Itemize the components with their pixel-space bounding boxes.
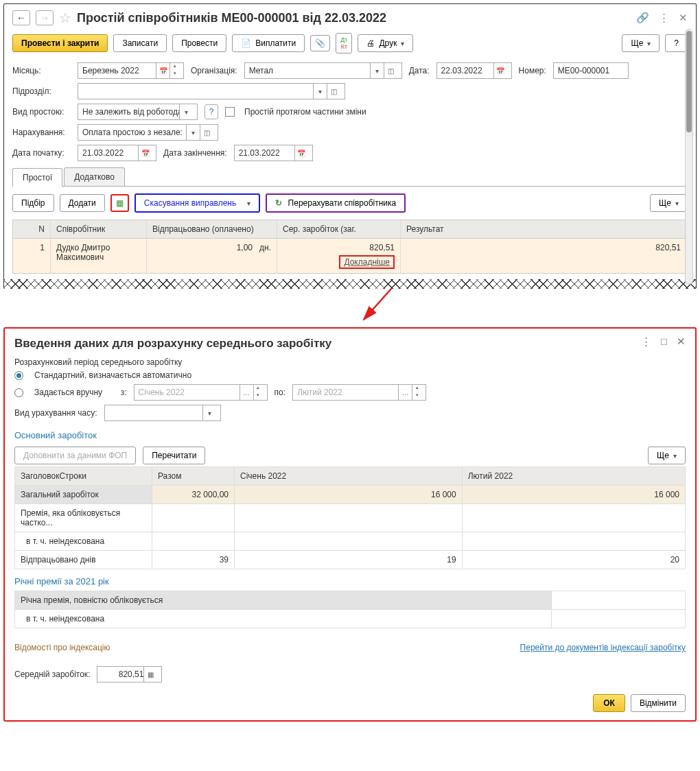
open-icon[interactable]: ◫	[384, 63, 397, 78]
add-button[interactable]: Додати	[60, 194, 105, 212]
employee-grid: N Співробітник Відпрацьовано (оплачено) …	[12, 220, 688, 274]
link-icon[interactable]: 🔗	[636, 12, 649, 24]
maximize-icon[interactable]: □	[661, 335, 667, 348]
accr-field[interactable]: Оплата простою з незале: ▾ ◫	[78, 124, 218, 141]
hint-button[interactable]: ?	[205, 104, 218, 119]
more-button[interactable]: Ще ▾	[622, 34, 660, 52]
table-icon: ▦	[116, 198, 124, 208]
timeacc-field[interactable]: ▾	[104, 405, 221, 421]
org-label: Організація:	[191, 66, 237, 75]
dialog-title: Введення даних для розрахунку середнього…	[14, 337, 686, 351]
star-icon[interactable]: ☆	[59, 10, 71, 26]
from-field: Січень 2022…▴▾	[134, 384, 268, 401]
end-label: Дата закінчення:	[163, 148, 227, 158]
num-label: Номер:	[519, 66, 546, 75]
avg-label: Середній заробіток:	[14, 669, 90, 679]
close-icon[interactable]: ✕	[677, 335, 686, 348]
ok-button[interactable]: ОК	[593, 694, 625, 712]
calendar-icon[interactable]: 📅	[138, 145, 152, 161]
calendar-icon[interactable]: 📅	[294, 145, 308, 161]
detail-link[interactable]: Докладніше	[339, 255, 395, 269]
index-docs-link[interactable]: Перейти до документів індексації заробіт…	[520, 643, 686, 652]
tab-downtime[interactable]: Простої	[12, 168, 62, 187]
printer-icon: 🖨	[366, 38, 375, 48]
partial-label: Простій протягом частини зміни	[244, 107, 366, 117]
pay-icon: 📄	[241, 38, 251, 48]
nav-fwd-button[interactable]: →	[36, 10, 54, 25]
start-field[interactable]: 21.03.2022 📅	[78, 145, 156, 161]
calendar-icon[interactable]: 📅	[156, 63, 170, 78]
th-row-header: ЗаголовокСтроки	[15, 467, 152, 486]
fop-button: Доповнити за даними ФОП	[14, 447, 136, 464]
month-spinner[interactable]: ▴▾	[170, 63, 179, 78]
type-label: Вид простою:	[12, 107, 71, 117]
grid-more-button[interactable]: Ще ▾	[650, 194, 688, 212]
org-field[interactable]: Метал ▾ ◫	[244, 62, 402, 79]
dept-label: Підрозділ:	[12, 86, 71, 96]
window-title: Простій співробітників МЕ00-000001 від 2…	[77, 11, 386, 25]
open-icon[interactable]: ◫	[327, 84, 340, 99]
recalc-employee-button[interactable]: ↻Перерахувати співробітника	[266, 193, 406, 213]
date-field[interactable]: 22.03.2022 📅	[436, 62, 512, 79]
num-field[interactable]: МЕ00-000001	[553, 62, 629, 79]
annual-table: Річна премія, повністю обліковується в т…	[14, 591, 686, 628]
end-field[interactable]: 21.03.2022 📅	[234, 145, 313, 161]
cancel-button[interactable]: Відмінити	[631, 694, 686, 712]
open-icon[interactable]: ◫	[200, 125, 213, 140]
th-jan: Січень 2022	[235, 467, 463, 486]
avg-earnings-dialog: ⋮ □ ✕ Введення даних для розрахунку сере…	[3, 327, 697, 722]
section-annual: Річні премії за 2021 рік	[14, 569, 686, 591]
index-info-label: Відомості про індексацію	[14, 643, 110, 652]
scrollbar[interactable]	[685, 29, 693, 285]
arrow-annotation	[7, 289, 693, 323]
pay-button[interactable]: 📄Виплатити	[232, 34, 305, 52]
table-row[interactable]: 1 Дудко Дмитро Максимович 1,00 дн. 820,5…	[13, 239, 687, 273]
period-label: Розрахунковий період середнього заробітк…	[14, 356, 686, 368]
earnings-table: ЗаголовокСтроки Разом Січень 2022 Лютий …	[14, 466, 686, 569]
timeacc-label: Вид урахування часу:	[14, 408, 97, 418]
dept-field[interactable]: ▾ ◫	[78, 83, 345, 99]
radio-manual-label: Задається вручну	[34, 388, 102, 397]
pick-button[interactable]: Підбір	[12, 194, 54, 212]
col-emp: Співробітник	[51, 220, 147, 238]
section-main-earnings: Основний заробіток	[14, 423, 686, 444]
partial-checkbox[interactable]	[225, 107, 235, 117]
menu-icon[interactable]: ⋮	[659, 12, 669, 24]
clip-icon: 📎	[315, 38, 325, 48]
radio-standard[interactable]	[14, 371, 23, 380]
table-add-button[interactable]: ▦	[110, 194, 129, 212]
dtkt-icon: ДтКт	[340, 36, 347, 50]
th-feb: Лютий 2022	[462, 467, 685, 486]
month-label: Місяць:	[12, 66, 71, 75]
to-field: Лютий 2022…▴▾	[292, 384, 426, 401]
dtkt-button[interactable]: ДтКт	[336, 33, 352, 54]
cancel-corrections-button[interactable]: Скасування виправлень ▾	[135, 193, 260, 213]
radio-manual[interactable]	[14, 388, 23, 397]
menu-icon[interactable]: ⋮	[641, 335, 651, 348]
date-label: Дата:	[409, 66, 430, 75]
post-button[interactable]: Провести	[172, 34, 226, 52]
start-label: Дата початку:	[12, 148, 71, 158]
reread-button[interactable]: Перечитати	[143, 447, 205, 464]
save-button[interactable]: Записати	[113, 34, 167, 52]
print-button[interactable]: 🖨Друк▾	[358, 34, 413, 52]
col-n: N	[13, 220, 51, 238]
calendar-icon[interactable]: 📅	[493, 63, 507, 78]
dropdown-icon[interactable]: ▾	[179, 104, 193, 119]
tab-additional[interactable]: Додатково	[64, 167, 125, 186]
dropdown-icon[interactable]: ▾	[186, 125, 200, 140]
tbl-more-button[interactable]: Ще ▾	[648, 447, 686, 464]
avg-field[interactable]: 820,51 ▦	[97, 666, 162, 683]
th-total: Разом	[152, 467, 235, 486]
close-icon[interactable]: ✕	[679, 12, 688, 24]
post-close-button[interactable]: Провести і закрити	[12, 34, 108, 52]
attach-button[interactable]: 📎	[310, 35, 330, 51]
month-field[interactable]: Березень 2022 📅 ▴▾	[78, 62, 184, 79]
nav-back-button[interactable]: ←	[12, 10, 30, 25]
dropdown-icon[interactable]: ▾	[370, 63, 384, 78]
type-field[interactable]: Не залежить від роботода ▾	[78, 104, 198, 120]
col-worked: Відпрацьовано (оплачено)	[147, 220, 277, 238]
to-label: по:	[275, 388, 286, 397]
dropdown-icon[interactable]: ▾	[313, 84, 327, 99]
calc-icon[interactable]: ▦	[143, 667, 157, 682]
